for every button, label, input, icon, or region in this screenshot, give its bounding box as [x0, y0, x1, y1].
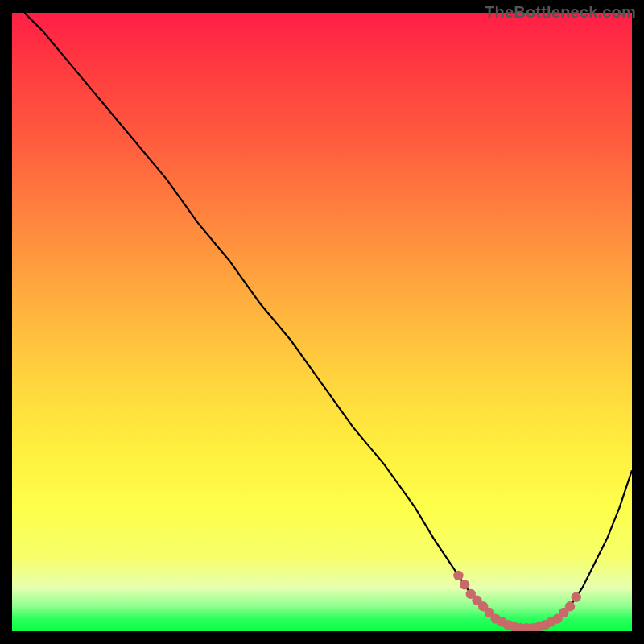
bottleneck-curve — [24, 13, 632, 628]
chart-svg — [12, 13, 632, 631]
highlight-dot — [453, 571, 463, 580]
highlight-dot — [565, 601, 575, 611]
chart-area — [12, 13, 632, 631]
watermark-text: TheBottleneck.com — [485, 3, 636, 22]
highlight-dot — [572, 592, 581, 602]
minimum-region-dots — [453, 571, 581, 631]
highlight-dot — [460, 580, 469, 589]
